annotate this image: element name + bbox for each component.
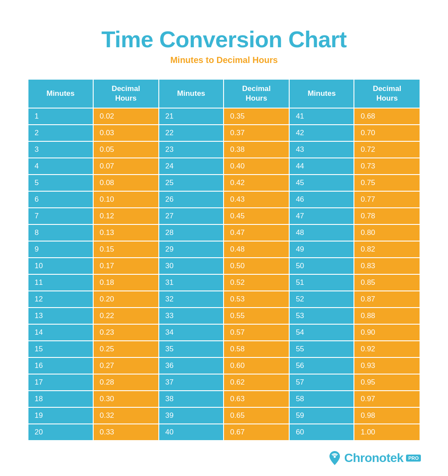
cell-r6-c5: 46 xyxy=(289,191,354,208)
cell-r1-c4: 0.35 xyxy=(224,108,289,125)
col-header-minutes-3: Minutes xyxy=(289,79,354,108)
conversion-table: Minutes DecimalHours Minutes DecimalHour… xyxy=(27,78,421,441)
cell-r8-c3: 28 xyxy=(159,224,224,241)
cell-r2-c2: 0.03 xyxy=(93,125,159,141)
cell-r17-c3: 37 xyxy=(159,374,224,391)
cell-r1-c6: 0.68 xyxy=(354,108,420,125)
cell-r6-c4: 0.43 xyxy=(224,191,289,208)
table-row: 140.23340.57540.90 xyxy=(28,324,420,341)
cell-r13-c3: 33 xyxy=(159,308,224,324)
cell-r20-c5: 60 xyxy=(289,424,354,441)
cell-r18-c2: 0.30 xyxy=(93,391,159,407)
cell-r16-c4: 0.60 xyxy=(224,357,289,374)
cell-r13-c2: 0.22 xyxy=(93,308,159,324)
cell-r11-c4: 0.52 xyxy=(224,274,289,291)
table-row: 100.17300.50500.83 xyxy=(28,258,420,274)
cell-r14-c3: 34 xyxy=(159,324,224,341)
cell-r12-c2: 0.20 xyxy=(93,291,159,308)
cell-r8-c5: 48 xyxy=(289,224,354,241)
svg-point-0 xyxy=(333,456,336,458)
cell-r9-c5: 49 xyxy=(289,241,354,258)
cell-r4-c3: 24 xyxy=(159,158,224,175)
cell-r9-c1: 9 xyxy=(28,241,93,258)
cell-r9-c2: 0.15 xyxy=(93,241,159,258)
cell-r12-c3: 32 xyxy=(159,291,224,308)
cell-r15-c1: 15 xyxy=(28,341,93,357)
cell-r3-c1: 3 xyxy=(28,141,93,158)
cell-r7-c1: 7 xyxy=(28,208,93,224)
cell-r15-c6: 0.92 xyxy=(354,341,420,357)
chronotek-icon xyxy=(327,450,343,466)
cell-r4-c4: 0.40 xyxy=(224,158,289,175)
cell-r9-c6: 0.82 xyxy=(354,241,420,258)
cell-r16-c1: 16 xyxy=(28,357,93,374)
col-header-minutes-2: Minutes xyxy=(159,79,224,108)
cell-r16-c3: 36 xyxy=(159,357,224,374)
cell-r19-c5: 59 xyxy=(289,407,354,424)
cell-r4-c1: 4 xyxy=(28,158,93,175)
cell-r19-c2: 0.32 xyxy=(93,407,159,424)
cell-r9-c3: 29 xyxy=(159,241,224,258)
cell-r11-c3: 31 xyxy=(159,274,224,291)
cell-r19-c4: 0.65 xyxy=(224,407,289,424)
cell-r17-c4: 0.62 xyxy=(224,374,289,391)
cell-r8-c4: 0.47 xyxy=(224,224,289,241)
cell-r12-c4: 0.53 xyxy=(224,291,289,308)
page-subtitle: Minutes to Decimal Hours xyxy=(170,55,278,65)
cell-r1-c2: 0.02 xyxy=(93,108,159,125)
cell-r8-c1: 8 xyxy=(28,224,93,241)
cell-r5-c6: 0.75 xyxy=(354,175,420,191)
cell-r15-c3: 35 xyxy=(159,341,224,357)
cell-r18-c6: 0.97 xyxy=(354,391,420,407)
cell-r2-c3: 22 xyxy=(159,125,224,141)
cell-r1-c5: 41 xyxy=(289,108,354,125)
cell-r15-c4: 0.58 xyxy=(224,341,289,357)
cell-r2-c1: 2 xyxy=(28,125,93,141)
table-row: 40.07240.40440.73 xyxy=(28,158,420,175)
cell-r17-c6: 0.95 xyxy=(354,374,420,391)
cell-r4-c5: 44 xyxy=(289,158,354,175)
cell-r18-c5: 58 xyxy=(289,391,354,407)
cell-r5-c3: 25 xyxy=(159,175,224,191)
cell-r20-c2: 0.33 xyxy=(93,424,159,441)
cell-r17-c2: 0.28 xyxy=(93,374,159,391)
cell-r13-c1: 13 xyxy=(28,308,93,324)
cell-r6-c1: 6 xyxy=(28,191,93,208)
cell-r18-c4: 0.63 xyxy=(224,391,289,407)
col-header-decimal-1: DecimalHours xyxy=(93,79,159,108)
cell-r14-c5: 54 xyxy=(289,324,354,341)
cell-r20-c1: 20 xyxy=(28,424,93,441)
cell-r2-c5: 42 xyxy=(289,125,354,141)
table-row: 70.12270.45470.78 xyxy=(28,208,420,224)
cell-r3-c6: 0.72 xyxy=(354,141,420,158)
cell-r16-c2: 0.27 xyxy=(93,357,159,374)
cell-r3-c2: 0.05 xyxy=(93,141,159,158)
brand-name: Chronotek xyxy=(344,451,404,465)
cell-r8-c6: 0.80 xyxy=(354,224,420,241)
table-row: 50.08250.42450.75 xyxy=(28,175,420,191)
cell-r7-c2: 0.12 xyxy=(93,208,159,224)
cell-r14-c2: 0.23 xyxy=(93,324,159,341)
cell-r5-c1: 5 xyxy=(28,175,93,191)
table-row: 90.15290.48490.82 xyxy=(28,241,420,258)
cell-r5-c4: 0.42 xyxy=(224,175,289,191)
cell-r5-c5: 45 xyxy=(289,175,354,191)
table-row: 200.33400.67601.00 xyxy=(28,424,420,441)
cell-r13-c4: 0.55 xyxy=(224,308,289,324)
cell-r7-c4: 0.45 xyxy=(224,208,289,224)
cell-r9-c4: 0.48 xyxy=(224,241,289,258)
cell-r20-c6: 1.00 xyxy=(354,424,420,441)
cell-r15-c5: 55 xyxy=(289,341,354,357)
cell-r19-c1: 19 xyxy=(28,407,93,424)
cell-r5-c2: 0.08 xyxy=(93,175,159,191)
cell-r3-c5: 43 xyxy=(289,141,354,158)
cell-r17-c1: 17 xyxy=(28,374,93,391)
cell-r13-c5: 53 xyxy=(289,308,354,324)
table-row: 20.03220.37420.70 xyxy=(28,125,420,141)
cell-r13-c6: 0.88 xyxy=(354,308,420,324)
cell-r10-c6: 0.83 xyxy=(354,258,420,274)
cell-r6-c3: 26 xyxy=(159,191,224,208)
table-header: Minutes DecimalHours Minutes DecimalHour… xyxy=(28,79,420,108)
conversion-table-wrapper: Minutes DecimalHours Minutes DecimalHour… xyxy=(27,78,421,441)
table-row: 80.13280.47480.80 xyxy=(28,224,420,241)
